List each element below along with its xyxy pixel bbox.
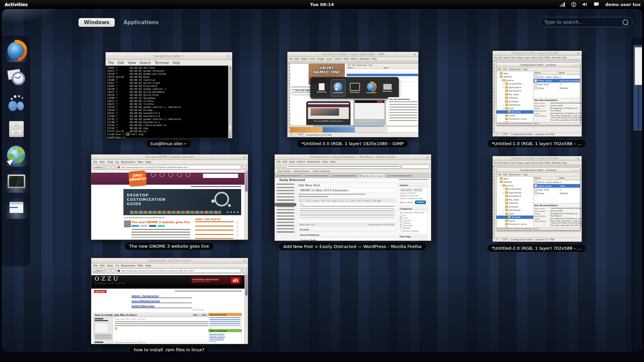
ad-link[interactable]: Install Fedora Linux	[131, 305, 212, 307]
page-scrollbar[interactable]	[245, 170, 248, 240]
dock-item-empathy[interactable]	[6, 92, 27, 114]
reload-button[interactable]	[111, 269, 115, 273]
url-field[interactable]: http://www.omgubuntu.co.uk/2011/03/gnome…	[116, 165, 241, 169]
volume-icon[interactable]	[582, 2, 588, 7]
close-icon[interactable]: ✕	[577, 51, 580, 55]
url-field[interactable]	[286, 165, 401, 169]
browser-search-field[interactable]	[402, 165, 429, 169]
forward-button[interactable]	[106, 269, 110, 273]
new-topic-button[interactable]: New Topic	[94, 290, 107, 293]
gimp-unit-select[interactable]: px	[289, 133, 294, 137]
toolbar-extra-button[interactable]	[243, 269, 246, 273]
close-icon[interactable]: ✕	[243, 259, 246, 262]
tab-applications[interactable]: Applications	[123, 19, 159, 25]
ad-link[interactable]: Splunk > Syslog Server	[131, 295, 212, 297]
gimp-zoom-select[interactable]: 100%	[501, 238, 510, 242]
switcher-terminal-icon	[348, 79, 362, 96]
close-icon[interactable]: ✕	[426, 155, 429, 159]
category-checkbox[interactable]: Geek	[400, 217, 426, 220]
window-thumbnail-epiphany-ozzu[interactable]: how to install .rpm files in linux? ✕ Fi…	[91, 258, 248, 344]
bookmark-item[interactable]: Getting Started	[293, 170, 310, 172]
close-icon[interactable]: ✕	[243, 155, 246, 159]
back-button[interactable]: ◂ Back ▾	[93, 268, 105, 273]
firefox-icon	[7, 42, 25, 60]
url-field[interactable]: http://www.ozzu.com/unix-linux-forum/how…	[116, 268, 241, 273]
search-icon	[623, 19, 628, 25]
close-icon[interactable]: ✕	[577, 157, 580, 160]
gimp-statusbar: px 100% Configuration Editor - windows (…	[493, 237, 582, 242]
window-label: tux@linux.site:~	[146, 140, 191, 147]
browser-tab[interactable]	[303, 174, 330, 178]
save-draft-button[interactable]: Save Draft	[400, 188, 412, 191]
bookmark-item[interactable]: Latest Headlines	[313, 170, 330, 172]
gimp-zoom-select[interactable]: 100%	[296, 133, 305, 137]
back-button[interactable]	[276, 165, 280, 169]
toolbar-extra-button[interactable]	[243, 165, 246, 169]
window-thumbnail-firefox-wordpress[interactable]: Add New Post < Easily Distracted — WordP…	[274, 154, 431, 241]
browser-tab[interactable]	[386, 174, 413, 178]
close-icon[interactable]: ✕	[414, 53, 416, 56]
gimp-unit-select[interactable]: px	[494, 238, 499, 242]
wp-box-excerpt[interactable]: Excerpt	[298, 227, 396, 232]
reload-button[interactable]	[111, 165, 115, 169]
clock[interactable]: Tue 08:14	[310, 2, 334, 7]
wp-editor-content[interactable]: <ul>	[299, 202, 396, 223]
window-thumbnail-terminal[interactable]: tux@linux.site:~ ✕ FileEditViewSearchTer…	[105, 52, 232, 138]
user-menu[interactable]: demo user tux	[605, 2, 641, 7]
page-scrollbar[interactable]	[245, 274, 248, 344]
dock-item-nautilus[interactable]	[6, 118, 27, 140]
back-button[interactable]: ◂ Back ▾	[93, 165, 105, 169]
ozzu-banner-ad: AFFORDABLE AND RELIABLE WEBSITE TEMPLATE…	[191, 277, 241, 285]
wp-box-custom-fields[interactable]: Custom Fields	[298, 238, 396, 241]
wp-tags-box: Post Tags Add	[398, 235, 428, 241]
dock-item-evolution[interactable]	[6, 66, 27, 87]
close-icon[interactable]: ✕	[227, 54, 230, 58]
chat-icon[interactable]	[594, 2, 599, 7]
move-to-trash-link[interactable]: Move to Trash	[400, 201, 413, 203]
window-thumbnail-gimp-untitled3[interactable]: *Untitled-3.0 (RGB, 1 layer) 644x362 –…	[287, 52, 419, 137]
category-checkbox[interactable]: General	[400, 219, 426, 222]
add-tag-button[interactable]: Add	[420, 239, 426, 241]
gimp-titlebar: *Untitled-1.0 (RGB, 1 layer) 702x588 – .…	[493, 51, 582, 56]
wp-page-heading: Add New Post	[298, 183, 396, 187]
dock-item-terminal[interactable]: >_	[6, 171, 27, 192]
category-checkbox[interactable]: All	[400, 214, 426, 217]
dock-item-image-viewer[interactable]	[6, 197, 27, 218]
category-tabs[interactable]: All Categories | Most Used	[400, 212, 426, 214]
window-thumbnail-gimp-untitled1[interactable]: *Untitled-1.0 (RGB, 1 layer) 702x588 – .…	[492, 51, 582, 137]
tab-windows[interactable]: Windows	[78, 18, 115, 27]
wp-box-trackbacks[interactable]: Send Trackbacks	[298, 233, 396, 237]
browser-tab[interactable]	[331, 174, 358, 178]
other-languages-header: Other Languages	[209, 329, 241, 332]
workspace-thumbnail[interactable]	[634, 45, 642, 130]
category-checkbox[interactable]: Recreation	[400, 224, 426, 227]
network-signal-icon[interactable]	[560, 2, 565, 7]
gimp-unit-select[interactable]: px	[494, 133, 499, 136]
forward-button[interactable]	[106, 165, 110, 169]
accessibility-icon[interactable]	[571, 2, 576, 7]
window-thumbnail-gimp-untitled2[interactable]: *Untitled-2.0 (RGB, 1 layer) 702x588 – .…	[492, 156, 582, 242]
gimp-zoom-select[interactable]: 100%	[501, 133, 510, 136]
category-checkbox[interactable]: Website	[400, 227, 426, 230]
dock-item-epiphany[interactable]	[6, 144, 27, 166]
category-checkbox[interactable]: Projects	[400, 222, 426, 225]
ad-link[interactable]: Linux Dedicated Servers	[131, 300, 212, 302]
preview-button[interactable]: Preview	[413, 188, 423, 191]
bookmark-item[interactable]: Most Visited	[277, 170, 290, 172]
window-label: Add New Post < Easily Distracted — WordP…	[279, 243, 426, 250]
post-date: September 28th, 2006, 12:05 pm	[115, 342, 209, 344]
wp-post-title-field[interactable]: GNOME 3.0 Beta v0.0.6 Impressions	[298, 188, 396, 193]
dock-item-firefox[interactable]	[6, 40, 27, 61]
search-input[interactable]: Type to search...	[540, 17, 633, 27]
browser-tab-active[interactable]: Add New Post < Easily Dis...	[358, 174, 385, 178]
browser-tab[interactable]	[276, 174, 303, 178]
tag-input[interactable]	[400, 239, 419, 241]
terminal-scrollbar[interactable]: ▲ ▼	[228, 66, 232, 138]
add-category-link[interactable]: + Add New Category	[400, 230, 426, 232]
forward-button[interactable]	[281, 165, 285, 169]
activities-button[interactable]: Activities	[0, 2, 33, 7]
publish-button[interactable]: Publish	[415, 200, 426, 204]
activities-overview: Windows Applications Type to search...	[2, 9, 642, 352]
window-thumbnail-epiphany-omgubuntu[interactable]: The new GNOME 3 website goes live ✕ File…	[91, 154, 248, 240]
gimp-menubar: FileEditSelectViewImageLayerColorsToolsF…	[287, 57, 418, 61]
